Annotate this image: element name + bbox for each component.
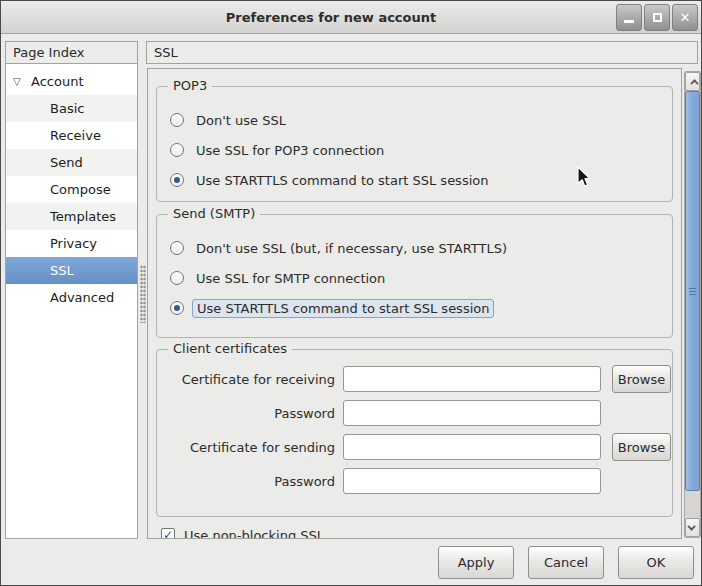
title-bar[interactable]: Preferences for new account ✕ (1, 1, 701, 34)
radio-smtp-no-ssl[interactable]: Don't use SSL (but, if necessary, use ST… (170, 233, 672, 263)
tree-item-label: Basic (50, 101, 84, 116)
tree-item-compose[interactable]: Compose (6, 176, 137, 203)
group-smtp: Send (SMTP) Don't use SSL (but, if neces… (156, 214, 673, 338)
group-client-certificates: Client certificates Certificate for rece… (156, 349, 673, 517)
radio-pop3-no-ssl[interactable]: Don't use SSL (170, 105, 672, 135)
pane-splitter-grip[interactable] (140, 265, 146, 323)
radio-button-checked-icon[interactable] (170, 301, 184, 315)
ok-button[interactable]: OK (618, 546, 694, 579)
radio-label: Use STARTTLS command to start SSL sessio… (193, 172, 491, 189)
group-pop3: POP3 Don't use SSL Use SSL for POP3 conn… (156, 86, 673, 202)
window-controls: ✕ (616, 4, 698, 31)
cert-receiving-row: Certificate for receiving Browse (163, 366, 672, 392)
group-pop3-legend: POP3 (168, 78, 212, 93)
checkbox-label: Use non-blocking SSL (184, 528, 324, 540)
radio-label: Don't use SSL (193, 112, 289, 129)
thumb-grip-icon (689, 288, 696, 295)
tree-item-basic[interactable]: Basic (6, 95, 137, 122)
tree-item-account[interactable]: ▽ Account (6, 68, 137, 95)
field-label: Certificate for sending (163, 440, 335, 455)
preferences-dialog: Preferences for new account ✕ Page Index… (0, 0, 702, 586)
password-sending-input[interactable] (343, 468, 601, 494)
tree-item-ssl[interactable]: SSL (6, 257, 137, 284)
group-smtp-legend: Send (SMTP) (168, 206, 260, 221)
tree-item-label: Compose (50, 182, 111, 197)
chevron-down-icon (687, 522, 695, 530)
apply-button[interactable]: Apply (438, 546, 514, 579)
radio-button-icon[interactable] (170, 271, 184, 285)
mouse-cursor-icon (576, 166, 592, 189)
settings-scroll-area: POP3 Don't use SSL Use SSL for POP3 conn… (147, 68, 682, 539)
checkbox-checked-icon[interactable]: ✓ (161, 528, 175, 539)
cert-receiving-input[interactable] (343, 366, 601, 392)
tree-item-advanced[interactable]: Advanced (6, 284, 137, 311)
tree-item-label: SSL (50, 263, 74, 278)
tree-item-label: Receive (50, 128, 101, 143)
radio-label: Use SSL for SMTP connection (193, 270, 388, 287)
tree-item-label: Account (31, 74, 84, 89)
close-icon: ✕ (680, 11, 691, 24)
tree-item-label: Templates (50, 209, 116, 224)
password-receiving-input[interactable] (343, 400, 601, 426)
field-label: Certificate for receiving (163, 372, 335, 387)
scroll-up-button[interactable] (685, 72, 700, 91)
browse-sending-button[interactable]: Browse (612, 433, 671, 461)
tree-item-label: Send (50, 155, 83, 170)
cert-sending-input[interactable] (343, 434, 601, 460)
minimize-icon (624, 20, 634, 23)
window-title: Preferences for new account (61, 10, 601, 25)
tree-item-privacy[interactable]: Privacy (6, 230, 137, 257)
expander-triangle-icon[interactable]: ▽ (13, 76, 31, 87)
field-label: Password (163, 474, 335, 489)
radio-button-checked-icon[interactable] (170, 173, 184, 187)
field-label: Password (163, 406, 335, 421)
chevron-up-icon (690, 79, 698, 87)
page-title: SSL (154, 45, 178, 60)
radio-button-icon[interactable] (170, 143, 184, 157)
radio-label-focused: Use STARTTLS command to start SSL sessio… (192, 299, 494, 318)
radio-smtp-use-ssl[interactable]: Use SSL for SMTP connection (170, 263, 672, 293)
minimize-button[interactable] (616, 4, 642, 31)
radio-label: Use SSL for POP3 connection (193, 142, 387, 159)
tree-item-receive[interactable]: Receive (6, 122, 137, 149)
vertical-scrollbar[interactable] (684, 71, 701, 538)
radio-smtp-starttls[interactable]: Use STARTTLS command to start SSL sessio… (170, 293, 672, 323)
tree-item-label: Privacy (50, 236, 97, 251)
scrollbar-thumb[interactable] (685, 91, 700, 491)
page-index-header: Page Index (5, 41, 138, 64)
tree-item-templates[interactable]: Templates (6, 203, 137, 230)
close-button[interactable]: ✕ (672, 4, 698, 31)
password-sending-row: Password (163, 468, 672, 494)
radio-label: Don't use SSL (but, if necessary, use ST… (193, 240, 510, 257)
page-index-tree: ▽ Account Basic Receive Send Compose Tem… (5, 64, 138, 539)
cert-sending-row: Certificate for sending Browse (163, 434, 672, 460)
group-certs-legend: Client certificates (168, 341, 292, 356)
page-title-box: SSL (146, 41, 698, 64)
page-index-label: Page Index (13, 45, 84, 60)
maximize-button[interactable] (644, 4, 670, 31)
radio-pop3-starttls[interactable]: Use STARTTLS command to start SSL sessio… (170, 165, 672, 195)
cancel-button[interactable]: Cancel (528, 546, 604, 579)
scroll-down-button[interactable] (685, 518, 700, 537)
radio-pop3-use-ssl[interactable]: Use SSL for POP3 connection (170, 135, 672, 165)
password-receiving-row: Password (163, 400, 672, 426)
radio-button-icon[interactable] (170, 113, 184, 127)
maximize-icon (653, 13, 662, 22)
use-nonblocking-ssl-checkbox-row[interactable]: ✓ Use non-blocking SSL (161, 524, 324, 539)
radio-button-icon[interactable] (170, 241, 184, 255)
tree-item-label: Advanced (50, 290, 114, 305)
tree-item-send[interactable]: Send (6, 149, 137, 176)
browse-receiving-button[interactable]: Browse (612, 365, 671, 393)
